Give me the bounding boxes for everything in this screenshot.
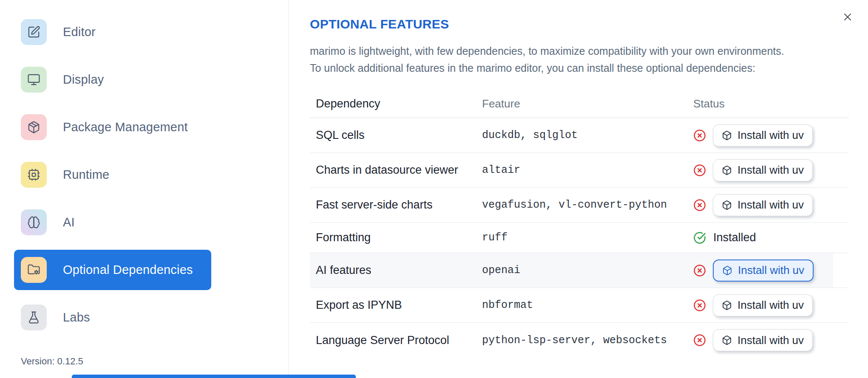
circle-x-icon [693, 299, 706, 312]
install-with-uv-button[interactable]: Install with uv [713, 159, 813, 181]
settings-sidebar: Editor Display Package Management Runtim… [0, 0, 289, 378]
circle-x-icon [693, 334, 706, 347]
circle-x-icon [693, 264, 706, 277]
box-icon [722, 265, 732, 276]
install-with-uv-button[interactable]: Install with uv [713, 294, 813, 316]
flask-icon [21, 305, 47, 330]
cpu-icon [21, 162, 47, 188]
sidebar-item-package-management[interactable]: Package Management [14, 107, 211, 147]
sidebar-item-label: Display [63, 73, 104, 87]
dependency-cell: Export as IPYNB [310, 299, 482, 312]
table-row: Export as IPYNB nbformat Install with uv [310, 288, 849, 323]
panel-description: marimo is lightweight, with few dependen… [310, 42, 849, 76]
dependency-cell: SQL cells [310, 129, 482, 142]
table-row: AI features openai Install with uv [310, 253, 849, 288]
install-button-label: Install with uv [738, 164, 804, 177]
box-icon [722, 165, 732, 175]
dependencies-table: Dependency Feature Status SQL cells duck… [310, 90, 849, 358]
sidebar-item-label: Package Management [63, 120, 188, 134]
feature-cell: ruff [482, 231, 693, 244]
sidebar-item-label: Optional Dependencies [63, 263, 193, 277]
sidebar-item-labs[interactable]: Labs [14, 297, 211, 338]
page-title: OPTIONAL FEATURES [310, 16, 849, 32]
install-with-uv-button[interactable]: Install with uv [713, 194, 813, 216]
install-button-label: Install with uv [738, 264, 804, 277]
circle-x-icon [693, 199, 706, 212]
install-with-uv-button[interactable]: Install with uv [713, 329, 813, 351]
box-icon [722, 200, 732, 210]
table-row: Formatting ruff Installed [310, 223, 849, 253]
package-icon [21, 114, 47, 140]
feature-cell: python-lsp-server, websockets [482, 334, 693, 347]
table-header-row: Dependency Feature Status [310, 90, 849, 118]
dependency-cell: Charts in datasource viewer [310, 164, 482, 177]
box-icon [722, 130, 732, 141]
folder-cog-icon [21, 257, 47, 283]
installed-status-label: Installed [713, 231, 756, 244]
sidebar-item-display[interactable]: Display [14, 59, 211, 100]
circle-check-icon [693, 231, 706, 244]
close-button[interactable] [840, 9, 855, 25]
brain-icon [21, 209, 47, 235]
sidebar-item-runtime[interactable]: Runtime [14, 155, 211, 195]
circle-x-icon [693, 129, 706, 142]
dependency-cell: Formatting [310, 231, 482, 244]
description-line: marimo is lightweight, with few dependen… [310, 42, 849, 59]
feature-cell: nbformat [482, 299, 693, 311]
description-line: To unlock additional features in the mar… [310, 59, 849, 76]
sidebar-item-label: Runtime [63, 168, 109, 182]
sidebar-item-ai[interactable]: AI [14, 202, 211, 243]
feature-cell: altair [482, 164, 693, 176]
sidebar-item-label: Labs [63, 310, 90, 324]
column-header-feature: Feature [482, 97, 693, 110]
monitor-icon [21, 67, 47, 93]
square-pen-icon [21, 19, 47, 45]
install-button-label: Install with uv [738, 198, 804, 212]
box-icon [722, 300, 732, 310]
box-icon [722, 335, 732, 345]
dependency-cell: AI features [310, 264, 482, 277]
table-row: Charts in datasource viewer altair Insta… [310, 153, 849, 188]
save-button-edge[interactable] [72, 375, 356, 378]
column-header-status: Status [693, 97, 849, 110]
sidebar-item-label: Editor [63, 25, 96, 39]
install-button-label: Install with uv [738, 129, 804, 142]
sidebar-item-label: AI [63, 215, 75, 229]
dependency-cell: Fast server-side charts [310, 198, 482, 212]
table-row: Language Server Protocol python-lsp-serv… [310, 323, 849, 358]
table-row: SQL cells duckdb, sqlglot Install with u… [310, 118, 849, 153]
feature-cell: duckdb, sqlglot [482, 129, 693, 141]
optional-features-panel: OPTIONAL FEATURES marimo is lightweight,… [289, 0, 868, 378]
dependency-cell: Language Server Protocol [310, 334, 482, 347]
sidebar-item-optional-dependencies[interactable]: Optional Dependencies [14, 250, 211, 290]
column-header-dependency: Dependency [310, 97, 482, 110]
circle-x-icon [693, 164, 706, 177]
version-label: Version: 0.12.5 [21, 356, 83, 367]
table-row: Fast server-side charts vegafusion, vl-c… [310, 188, 849, 223]
sidebar-item-editor[interactable]: Editor [14, 12, 211, 52]
close-icon [842, 12, 853, 22]
install-button-label: Install with uv [738, 299, 804, 312]
feature-cell: openai [482, 264, 693, 276]
feature-cell: vegafusion, vl-convert-python [482, 199, 693, 211]
install-with-uv-button[interactable]: Install with uv [713, 124, 813, 147]
install-button-label: Install with uv [738, 334, 804, 347]
install-with-uv-button[interactable]: Install with uv [713, 260, 814, 282]
